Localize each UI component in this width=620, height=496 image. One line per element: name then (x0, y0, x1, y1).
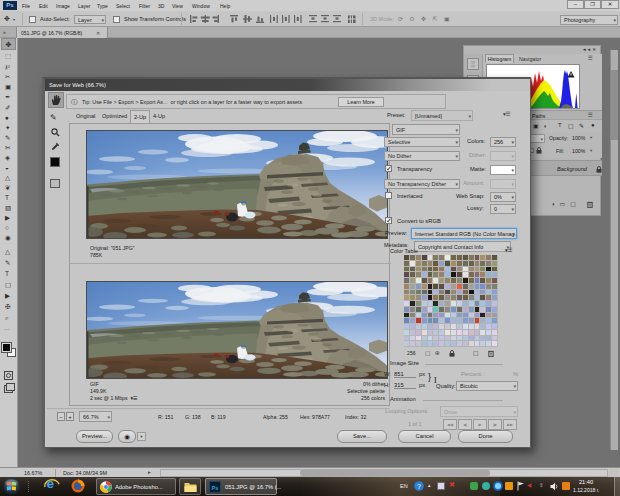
svg-text:?: ? (417, 483, 421, 490)
